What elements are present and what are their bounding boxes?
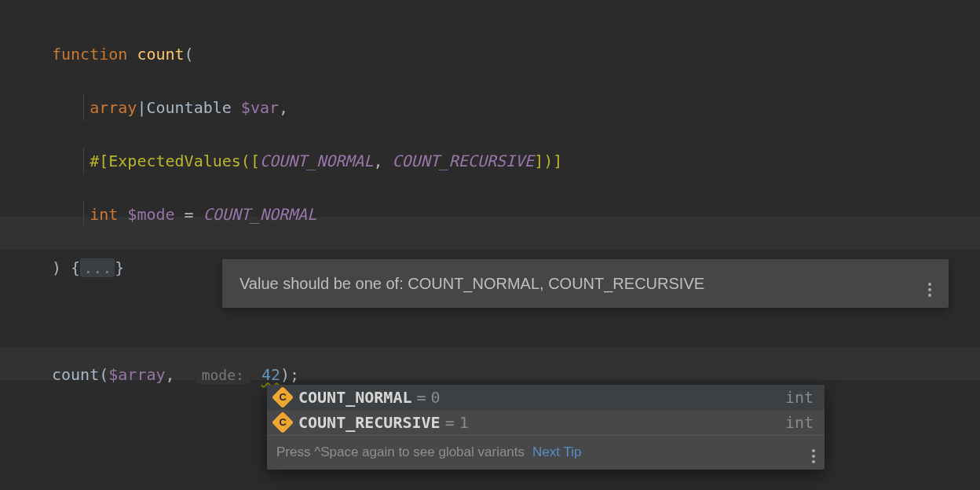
completion-name: COUNT_RECURSIVE <box>298 413 441 432</box>
constant-icon <box>272 386 294 408</box>
param-hint-mode: mode: <box>196 366 250 384</box>
code-line: function count( <box>0 41 980 68</box>
completion-type: int <box>785 388 814 407</box>
completion-value: 0 <box>431 388 441 407</box>
inspection-tooltip: Value should be one of: COUNT_NORMAL, CO… <box>222 259 949 308</box>
completion-item[interactable]: COUNT_NORMAL = 0 int <box>267 385 825 410</box>
vertical-dots-icon <box>812 449 815 463</box>
attribute-open: #[ <box>90 152 108 170</box>
completion-name: COUNT_NORMAL <box>298 388 412 407</box>
fn-call: count <box>52 365 99 384</box>
completion-hint-text: Press ^Space again to see global variant… <box>276 444 525 460</box>
constant-icon <box>272 411 294 433</box>
code-completion-popup[interactable]: COUNT_NORMAL = 0 int COUNT_RECURSIVE = 1… <box>267 385 825 470</box>
function-name: count <box>137 45 184 64</box>
default-const: COUNT_NORMAL <box>203 205 317 224</box>
param-var: $var <box>241 98 279 117</box>
type-array: array <box>90 98 137 117</box>
tooltip-text: Value should be one of: COUNT_NORMAL, CO… <box>240 275 704 293</box>
completion-footer: Press ^Space again to see global variant… <box>267 435 825 470</box>
code-fold[interactable]: ... <box>80 258 115 277</box>
code-line <box>0 308 980 335</box>
code-line: count($array, mode: 42); <box>0 361 980 388</box>
const-recursive: COUNT_RECURSIVE <box>393 152 535 170</box>
vertical-dots-icon <box>928 283 931 297</box>
completion-item[interactable]: COUNT_RECURSIVE = 1 int <box>267 410 825 435</box>
invalid-value-42[interactable]: 42 <box>261 365 280 384</box>
param-mode: $mode <box>127 205 174 224</box>
tooltip-more-actions[interactable] <box>928 270 931 297</box>
code-line: array|Countable $var, <box>0 94 980 121</box>
completion-type: int <box>785 413 814 432</box>
completion-more-actions[interactable] <box>812 441 815 463</box>
code-line: #[ExpectedValues([COUNT_NORMAL, COUNT_RE… <box>0 148 980 174</box>
const-normal: COUNT_NORMAL <box>260 152 374 170</box>
attribute-name: ExpectedValues <box>108 152 241 170</box>
code-line: int $mode = COUNT_NORMAL <box>0 201 980 228</box>
type-countable: Countable <box>146 98 231 117</box>
call-arg-array: $array <box>108 365 165 384</box>
code-line <box>0 468 980 490</box>
next-tip-link[interactable]: Next Tip <box>532 444 581 460</box>
completion-value: 1 <box>459 413 469 432</box>
type-int: int <box>90 205 118 224</box>
keyword-function: function <box>52 45 127 64</box>
